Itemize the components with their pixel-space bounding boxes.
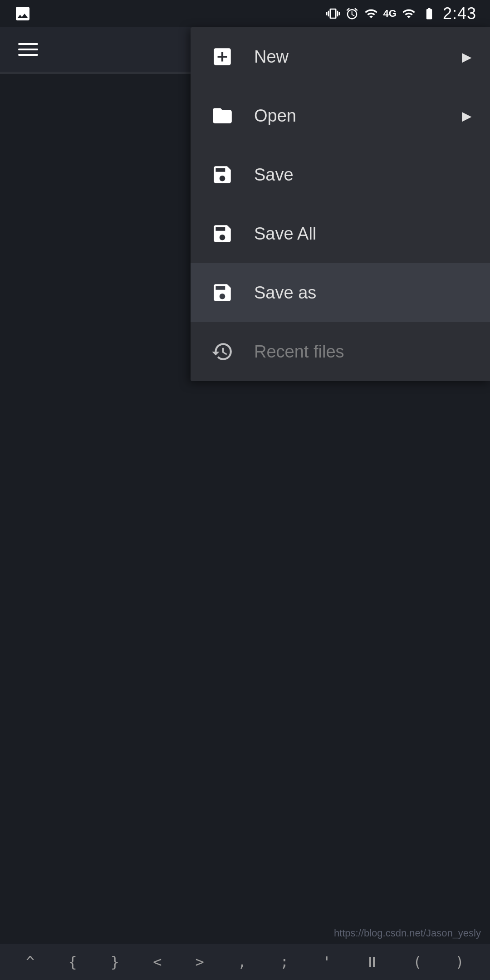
editor-area[interactable] [0,74,191,945]
menu-item-save[interactable]: Save [191,145,490,204]
key-open-paren[interactable]: ( [406,950,429,974]
hamburger-line-2 [18,49,38,50]
signal-icon [402,7,416,20]
menu-save-label: Save [254,165,472,185]
hamburger-line-1 [18,43,38,45]
status-bar: 4G 2:43 [0,0,490,27]
new-file-icon [209,43,236,70]
4g-indicator: 4G [383,8,397,20]
menu-item-recent-files[interactable]: Recent files [191,322,490,381]
key-caret[interactable]: ^ [19,950,42,974]
url-hint: https://blog.csdn.net/Jason_yesly [334,927,481,939]
save-icon [209,161,236,188]
key-less-than[interactable]: < [146,950,169,974]
menu-save-all-label: Save All [254,224,472,244]
vibrate-icon [326,7,340,20]
menu-item-new[interactable]: New ▶ [191,27,490,86]
recent-files-icon [209,338,236,365]
key-close-paren[interactable]: ) [448,950,471,974]
key-open-brace[interactable]: { [61,950,84,974]
menu-item-save-all[interactable]: Save All [191,204,490,263]
menu-recent-files-label: Recent files [254,342,472,362]
toolbar-left [14,39,43,60]
menu-item-open[interactable]: Open ▶ [191,86,490,145]
save-as-icon [209,279,236,306]
battery-icon [421,7,437,20]
key-single-quote[interactable]: ' [315,950,338,974]
status-bar-left [14,5,32,23]
new-arrow-icon: ▶ [462,49,472,64]
wifi-icon [364,7,378,20]
hamburger-line-3 [18,54,38,56]
status-bar-right: 4G 2:43 [326,4,476,23]
save-all-icon [209,220,236,247]
menu-item-save-as[interactable]: Save as [191,263,490,322]
dropdown-menu: New ▶ Open ▶ Save Save All [191,27,490,381]
key-close-brace[interactable]: } [103,950,127,974]
key-pause[interactable]: ⏸ [358,950,387,974]
open-arrow-icon: ▶ [462,108,472,123]
status-time: 2:43 [443,4,476,23]
key-semicolon[interactable]: ; [273,950,296,974]
key-greater-than[interactable]: > [188,950,211,974]
menu-open-label: Open [254,106,444,126]
menu-save-as-label: Save as [254,283,472,303]
photo-icon [14,5,32,23]
menu-new-label: New [254,47,444,67]
hamburger-button[interactable] [14,39,43,60]
key-comma[interactable]: , [230,950,254,974]
keyboard-bar: ^ { } < > , ; ' ⏸ ( ) [0,944,490,980]
alarm-icon [345,7,359,20]
folder-icon [209,102,236,129]
